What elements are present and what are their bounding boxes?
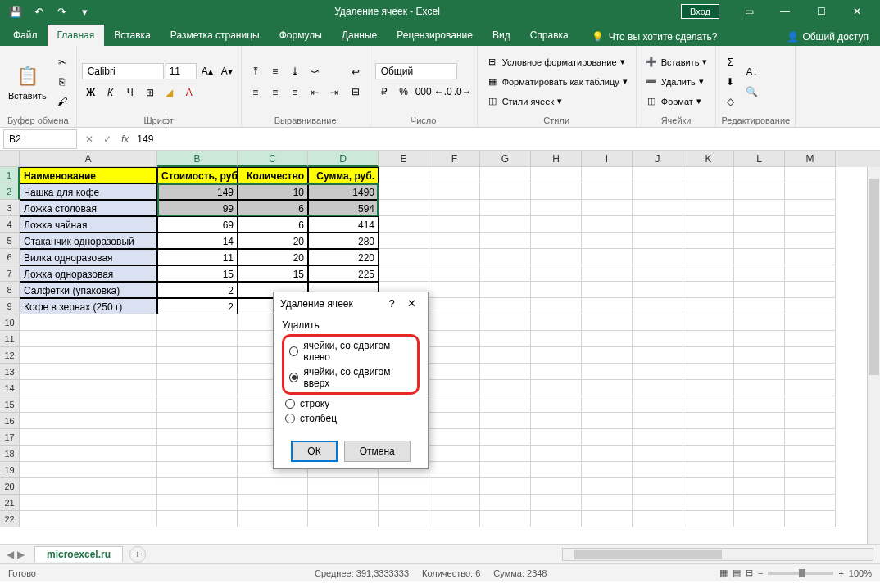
cell[interactable]: 15: [157, 265, 238, 282]
cell[interactable]: [683, 380, 734, 396]
cell[interactable]: [429, 183, 480, 200]
cell[interactable]: [157, 347, 238, 364]
cell[interactable]: [734, 216, 785, 233]
name-box[interactable]: B2: [3, 129, 77, 149]
cell[interactable]: [785, 446, 836, 462]
scroll-thumb[interactable]: [869, 179, 879, 375]
row-header[interactable]: 5: [0, 233, 20, 249]
cell[interactable]: Наименование: [20, 167, 157, 183]
dialog-close-icon[interactable]: ✕: [401, 297, 421, 310]
cell[interactable]: [480, 396, 531, 413]
cell[interactable]: [734, 167, 785, 183]
cell[interactable]: Кофе в зернах (250 г): [20, 298, 157, 314]
cell[interactable]: 2: [157, 282, 238, 298]
cell[interactable]: Стоимость, руб.: [157, 167, 238, 183]
delete-cells-button[interactable]: ➖Удалить▾: [642, 74, 711, 90]
row-header[interactable]: 12: [0, 347, 20, 364]
cell[interactable]: [157, 364, 238, 380]
cell[interactable]: [734, 396, 785, 413]
scroll-thumb[interactable]: [574, 550, 722, 559]
row-header[interactable]: 14: [0, 380, 20, 396]
cell[interactable]: [633, 233, 683, 249]
column-header[interactable]: D: [308, 151, 379, 167]
decrease-decimal-icon[interactable]: .0→: [454, 83, 472, 101]
align-left-icon[interactable]: ≡: [247, 84, 265, 102]
copy-icon[interactable]: ⎘: [53, 73, 71, 91]
row-header[interactable]: 2: [0, 183, 20, 200]
cell[interactable]: Сумма, руб.: [308, 167, 379, 183]
cell[interactable]: Стаканчик одноразовый: [20, 233, 157, 249]
column-header[interactable]: F: [429, 151, 480, 167]
cell[interactable]: [531, 233, 582, 249]
cell[interactable]: [734, 298, 785, 314]
tab-home[interactable]: Главная: [48, 25, 105, 46]
cell[interactable]: [683, 495, 734, 511]
cell[interactable]: [633, 347, 683, 364]
cell[interactable]: 414: [308, 216, 379, 233]
cell[interactable]: [157, 446, 238, 462]
cell[interactable]: [785, 233, 836, 249]
cell[interactable]: [633, 495, 683, 511]
cell[interactable]: [633, 478, 683, 495]
cell[interactable]: [683, 167, 734, 183]
add-sheet-button[interactable]: +: [129, 546, 146, 563]
increase-decimal-icon[interactable]: ←.0: [434, 83, 452, 101]
cell[interactable]: [734, 364, 785, 380]
column-header[interactable]: M: [785, 151, 836, 167]
cell[interactable]: [379, 183, 429, 200]
cell[interactable]: 69: [157, 216, 238, 233]
insert-cells-button[interactable]: ➕Вставить▾: [642, 54, 711, 70]
cell[interactable]: [531, 249, 582, 265]
row-header[interactable]: 18: [0, 446, 20, 462]
cell[interactable]: [582, 396, 633, 413]
cell[interactable]: [531, 429, 582, 446]
decrease-font-icon[interactable]: A▾: [218, 62, 236, 80]
align-right-icon[interactable]: ≡: [286, 84, 304, 102]
cell[interactable]: [20, 429, 157, 446]
cell[interactable]: [157, 462, 238, 478]
cell[interactable]: [20, 331, 157, 347]
cell[interactable]: [633, 331, 683, 347]
align-top-icon[interactable]: ⤒: [247, 62, 265, 80]
cell[interactable]: [480, 183, 531, 200]
zoom-thumb[interactable]: [799, 569, 805, 577]
cell[interactable]: [429, 429, 480, 446]
dialog-help-icon[interactable]: ?: [382, 297, 401, 310]
cell[interactable]: [582, 314, 633, 331]
clear-icon[interactable]: ◇: [721, 93, 739, 111]
cell[interactable]: [633, 462, 683, 478]
tab-file[interactable]: Файл: [3, 25, 48, 46]
increase-font-icon[interactable]: A▴: [198, 62, 216, 80]
cell[interactable]: [683, 347, 734, 364]
cell[interactable]: [734, 331, 785, 347]
orientation-icon[interactable]: ⤻: [306, 62, 324, 80]
save-icon[interactable]: 💾: [7, 2, 25, 20]
cell[interactable]: [480, 446, 531, 462]
font-color-icon[interactable]: A: [180, 84, 198, 102]
cell[interactable]: [379, 216, 429, 233]
cell[interactable]: 10: [238, 183, 308, 200]
column-header[interactable]: G: [480, 151, 531, 167]
align-center-icon[interactable]: ≡: [266, 84, 284, 102]
cell[interactable]: 280: [308, 233, 379, 249]
italic-button[interactable]: К: [102, 84, 120, 102]
cell-styles-button[interactable]: ◫Стили ячеек▾: [483, 93, 631, 110]
cell[interactable]: [429, 216, 480, 233]
cell[interactable]: [785, 265, 836, 282]
cell[interactable]: [734, 347, 785, 364]
column-header[interactable]: J: [633, 151, 683, 167]
cell[interactable]: [429, 462, 480, 478]
cell[interactable]: [379, 511, 429, 527]
view-page-break-icon[interactable]: ⊟: [746, 568, 753, 578]
cell[interactable]: [20, 413, 157, 429]
percent-icon[interactable]: %: [395, 83, 413, 101]
cell[interactable]: [633, 183, 683, 200]
cell[interactable]: [480, 511, 531, 527]
format-as-table-button[interactable]: ▦Форматировать как таблицу▾: [483, 74, 631, 90]
cell[interactable]: [785, 200, 836, 216]
cell[interactable]: [429, 233, 480, 249]
cut-icon[interactable]: ✂: [53, 53, 71, 71]
bold-button[interactable]: Ж: [82, 84, 100, 102]
cell[interactable]: 1490: [308, 183, 379, 200]
horizontal-scrollbar[interactable]: [562, 548, 873, 561]
